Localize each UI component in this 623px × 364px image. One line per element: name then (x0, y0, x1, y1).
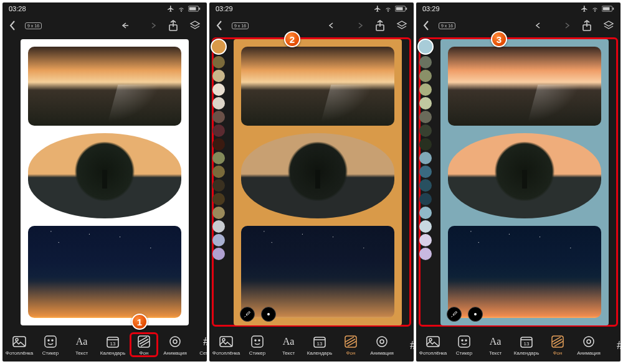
color-swatch[interactable] (211, 39, 227, 55)
tab-calendar[interactable]: 13Календарь (511, 332, 542, 357)
share-icon[interactable] (375, 20, 385, 31)
color-swatch[interactable] (419, 83, 432, 96)
tab-background[interactable]: Фон (128, 332, 159, 357)
undo-icon[interactable] (121, 21, 133, 30)
color-swatch[interactable] (212, 193, 225, 205)
canvas-area[interactable] (209, 36, 414, 328)
layers-icon[interactable] (603, 20, 614, 31)
color-swatch[interactable] (419, 70, 432, 82)
color-swatch[interactable] (419, 248, 432, 260)
tab-text[interactable]: Aa Текст (66, 332, 97, 357)
redo-icon[interactable] (558, 21, 571, 30)
tab-animation[interactable]: Анимация (573, 332, 604, 357)
tab-background[interactable]: Фон (335, 332, 366, 357)
photo-frame-3[interactable] (448, 226, 601, 317)
tab-animation[interactable]: Анимация (366, 332, 397, 357)
collage-canvas[interactable] (234, 39, 402, 325)
color-swatch[interactable] (212, 138, 225, 151)
photo-frame-2[interactable] (448, 133, 601, 218)
tab-photoroll[interactable]: Фотоплёнка (4, 332, 35, 357)
redo-icon[interactable] (145, 21, 157, 30)
tab-animation[interactable]: Анимация (159, 332, 191, 357)
canvas-area[interactable] (416, 36, 621, 328)
color-swatch[interactable] (212, 234, 225, 246)
color-swatch[interactable] (212, 166, 225, 178)
tab-text[interactable]: AaТекст (480, 332, 511, 357)
color-swatch[interactable] (212, 248, 225, 260)
photo-frame-2[interactable] (28, 133, 181, 218)
color-swatch[interactable] (212, 220, 225, 233)
color-swatch[interactable] (212, 152, 225, 164)
layers-icon[interactable] (396, 20, 407, 31)
tab-photoroll[interactable]: Фотоплёнка (211, 332, 242, 357)
tab-label: Текст (282, 350, 295, 356)
tab-background[interactable]: Фон (542, 332, 573, 357)
status-bar: 03:29 (209, 2, 414, 15)
back-icon[interactable] (422, 20, 430, 31)
photo-frame-3[interactable] (28, 226, 181, 317)
color-swatch[interactable] (417, 39, 434, 55)
color-swatch[interactable] (212, 207, 225, 219)
color-swatch[interactable] (419, 166, 432, 178)
color-swatch[interactable] (212, 56, 225, 68)
svg-point-14 (173, 340, 177, 343)
color-swatch[interactable] (212, 83, 225, 96)
collage-canvas[interactable] (21, 39, 189, 325)
aspect-ratio-button[interactable]: 9 x 16 (25, 22, 42, 29)
color-swatch[interactable] (212, 179, 225, 192)
color-swatch[interactable] (419, 220, 432, 233)
tab-sticker[interactable]: Стикер (449, 332, 480, 357)
canvas-area[interactable] (2, 36, 207, 328)
color-swatch[interactable] (419, 207, 432, 219)
aspect-ratio-button[interactable]: 9 x 16 (439, 22, 455, 29)
color-swatch[interactable] (419, 234, 432, 246)
dot-button[interactable] (468, 307, 483, 322)
eyedropper-button[interactable] (447, 307, 462, 322)
back-icon[interactable] (9, 20, 16, 31)
tab-calendar[interactable]: 13Календарь (304, 332, 335, 357)
tab-grid[interactable]: # (397, 336, 414, 353)
photo-frame-1[interactable] (448, 47, 601, 126)
color-swatch[interactable] (419, 152, 432, 164)
photo-frame-1[interactable] (28, 47, 181, 126)
photo-frame-2[interactable] (241, 133, 394, 218)
tab-calendar[interactable]: 13 Календарь (97, 332, 128, 357)
svg-point-36 (429, 338, 432, 341)
aspect-ratio-button[interactable]: 9 x 16 (232, 22, 249, 29)
color-swatch[interactable] (212, 124, 225, 137)
svg-point-30 (595, 11, 596, 12)
tab-grid[interactable]: # (604, 336, 621, 353)
tab-text[interactable]: AaТекст (273, 332, 304, 357)
tab-grid[interactable]: # Сетка (191, 332, 207, 357)
color-swatch[interactable] (419, 56, 432, 68)
color-swatch[interactable] (212, 70, 225, 82)
undo-icon[interactable] (328, 21, 340, 30)
color-swatch[interactable] (419, 193, 432, 205)
text-icon: Aa (280, 335, 297, 348)
tab-sticker[interactable]: Стикер (35, 332, 66, 357)
tab-photoroll[interactable]: Фотоплёнка (417, 332, 449, 357)
eyedropper-button[interactable] (240, 307, 255, 322)
back-icon[interactable] (216, 20, 223, 31)
color-swatch[interactable] (419, 97, 432, 110)
color-swatch[interactable] (419, 179, 432, 192)
color-swatch[interactable] (212, 111, 225, 123)
photo-frame-3[interactable] (241, 226, 394, 317)
photo-frame-1[interactable] (241, 47, 394, 126)
share-icon[interactable] (168, 20, 178, 31)
color-swatch[interactable] (212, 97, 225, 110)
background-icon (136, 335, 152, 348)
color-swatch[interactable] (419, 111, 432, 123)
color-swatch[interactable] (419, 124, 432, 137)
tab-sticker[interactable]: Стикер (242, 332, 273, 357)
undo-icon[interactable] (535, 21, 547, 30)
dot-button[interactable] (261, 307, 276, 322)
share-icon[interactable] (582, 20, 592, 31)
layers-icon[interactable] (189, 20, 201, 31)
color-swatch[interactable] (419, 138, 432, 151)
collage-canvas[interactable] (440, 39, 609, 325)
tab-label: Анимация (163, 350, 187, 356)
bottom-toolbar: Фотоплёнка Стикер Aa Текст 13 Календарь … (2, 328, 207, 362)
svg-point-39 (465, 340, 467, 341)
redo-icon[interactable] (351, 21, 364, 30)
